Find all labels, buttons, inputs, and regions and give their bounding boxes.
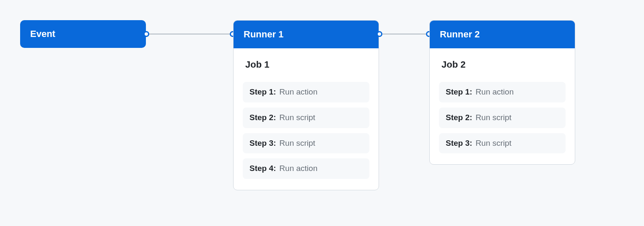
runner-title: Runner 1: [244, 29, 283, 39]
step-label: Step 4:: [249, 164, 276, 173]
connector-runner1-to-runner2: [379, 34, 429, 34]
runner-card-1: Runner 1 Job 1 Step 1: Run action Step 2…: [233, 20, 379, 190]
runner-header: Runner 1: [234, 21, 379, 48]
event-node: Event: [20, 20, 146, 48]
step-row: Step 4: Run action: [243, 158, 369, 179]
runner-header: Runner 2: [430, 21, 575, 48]
step-label: Step 1:: [446, 87, 472, 97]
step-desc: Run script: [279, 139, 315, 148]
step-desc: Run script: [475, 113, 512, 123]
step-row: Step 2: Run script: [439, 108, 566, 128]
step-label: Step 2:: [249, 113, 276, 123]
runner-body: Job 1 Step 1: Run action Step 2: Run scr…: [234, 48, 379, 190]
runner-card-2: Runner 2 Job 2 Step 1: Run action Step 2…: [429, 20, 575, 165]
event-label: Event: [30, 29, 55, 39]
step-desc: Run script: [279, 113, 315, 123]
step-desc: Run action: [475, 87, 514, 97]
step-label: Step 1:: [249, 87, 276, 97]
step-desc: Run action: [279, 87, 317, 97]
job-title: Job 2: [439, 58, 566, 77]
connector-dot-icon: [377, 31, 382, 37]
runner-title: Runner 2: [440, 29, 480, 39]
step-row: Step 3: Run script: [243, 133, 369, 154]
job-title: Job 1: [243, 58, 369, 77]
step-row: Step 1: Run action: [439, 82, 566, 102]
step-row: Step 3: Run script: [439, 133, 566, 154]
runner-body: Job 2 Step 1: Run action Step 2: Run scr…: [430, 48, 575, 164]
step-label: Step 3:: [446, 139, 472, 148]
step-label: Step 3:: [249, 139, 276, 148]
step-desc: Run action: [279, 164, 317, 173]
connector-dot-icon: [143, 31, 149, 37]
step-row: Step 2: Run script: [243, 108, 369, 128]
step-label: Step 2:: [446, 113, 472, 123]
step-row: Step 1: Run action: [243, 82, 369, 102]
step-desc: Run script: [475, 139, 512, 148]
connector-event-to-runner1: [146, 34, 233, 34]
